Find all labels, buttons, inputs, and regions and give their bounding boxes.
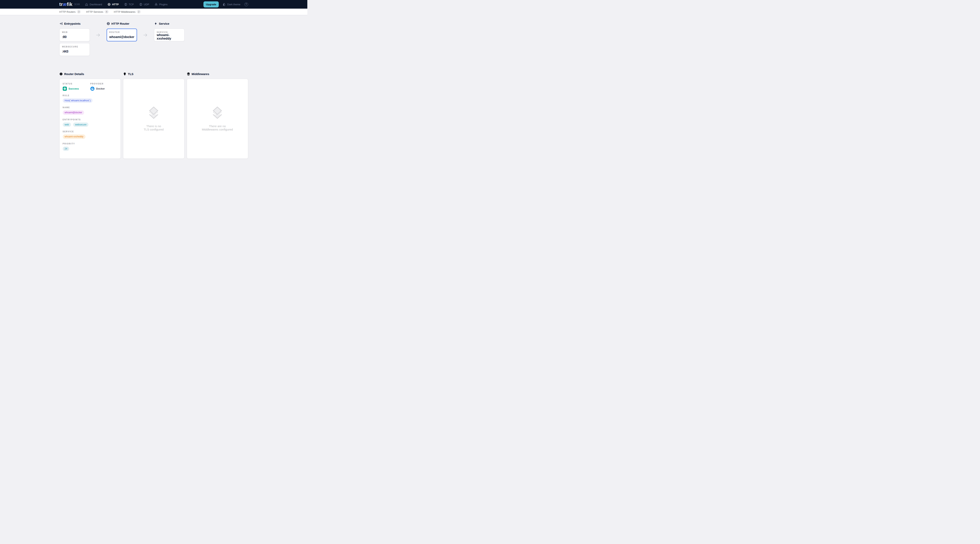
field-label: STATUS	[63, 83, 91, 85]
nav-item-dashboard[interactable]: Dashboard	[85, 3, 102, 6]
nav-item-label: Dashboard	[89, 3, 102, 6]
field-label: SERVICE	[63, 130, 118, 133]
http-router-section-header: HTTP Router	[107, 22, 137, 25]
arrow-right-icon	[96, 33, 100, 37]
middlewares-header: Middlewares	[187, 72, 248, 76]
details-section: Router Details TLS Middlewares STATUS	[59, 72, 248, 159]
proxy-icon	[139, 3, 143, 6]
empty-layers-illustration	[148, 107, 159, 119]
section-title: Router Details	[64, 72, 84, 76]
field-label: PRIORITY	[63, 143, 118, 145]
subnav: HTTP Routers 3 HTTP Services 4 HTTP Midd…	[0, 9, 307, 15]
success-check-icon	[63, 87, 67, 91]
entrypoint-card-websecure[interactable]: WEBSECURE :443	[59, 43, 90, 56]
cubes-icon	[154, 3, 158, 6]
card-value: whoami-xxsheddy	[157, 33, 182, 40]
help-icon[interactable]: ?	[244, 3, 248, 6]
provider-value: Docker	[96, 87, 105, 90]
empty-line: There is no	[144, 124, 164, 128]
card-label: WEBSECURE	[62, 46, 87, 48]
proxy-icon	[124, 3, 127, 6]
card-label: SERVICE	[157, 31, 182, 33]
globe-icon	[107, 3, 111, 6]
theme-toggle-label: Dark theme	[227, 3, 240, 6]
shield-icon	[123, 72, 126, 76]
upgrade-button[interactable]: Upgrade	[204, 2, 219, 8]
name-field: NAME whoami@docker	[63, 107, 118, 115]
entrypoints-section-header: Entrypoints	[59, 22, 90, 25]
traefik-logo[interactable]: træfik	[59, 2, 73, 7]
top-navbar: træfik 3.3.6 Dashboard HTTP TCP UDP P	[0, 0, 307, 9]
tab-count-badge: 3	[77, 10, 81, 14]
arrow-right-icon	[143, 33, 148, 37]
nav-item-label: Plugins	[159, 3, 167, 6]
section-title: TLS	[128, 72, 134, 76]
middlewares-card: There are no Middlewares configured	[187, 79, 248, 159]
priority-chip: 24	[63, 146, 69, 151]
card-value: :443	[62, 50, 87, 53]
info-icon	[59, 72, 63, 76]
nav-item-label: HTTP	[112, 3, 119, 6]
name-chip: whoami@docker	[63, 110, 84, 115]
login-arrow-icon	[59, 22, 63, 25]
service-card[interactable]: SERVICE whoami-xxsheddy	[154, 29, 185, 41]
version-label: 3.3.6	[74, 3, 80, 6]
status-field: STATUS Success	[63, 83, 91, 91]
tab-http-middlewares[interactable]: HTTP Middlewares 2	[114, 10, 141, 14]
nav-item-label: UDP	[144, 3, 149, 6]
service-section-header: Service	[154, 22, 185, 25]
empty-state-text: There is no TLS configured	[144, 124, 164, 131]
main-nav: Dashboard HTTP TCP UDP Plugins	[85, 3, 167, 6]
tab-label: HTTP Services	[86, 10, 103, 13]
card-value: :80	[62, 35, 87, 39]
router-details-header: Router Details	[59, 72, 121, 76]
empty-state-text: There are no Middlewares configured	[202, 124, 233, 131]
nav-item-plugins[interactable]: Plugins	[154, 3, 167, 6]
logo-ligature: æ	[63, 2, 67, 7]
tls-header: TLS	[123, 72, 185, 76]
card-value: whoami@docker	[109, 35, 134, 39]
lightning-icon	[154, 22, 158, 25]
router-details-card: STATUS Success PROVIDER Docker	[59, 79, 121, 159]
tab-label: HTTP Routers	[59, 10, 76, 13]
entrypoint-card-web[interactable]: WEB :80	[59, 29, 90, 41]
nav-item-label: TCP	[129, 3, 134, 6]
service-field: SERVICE whoami-xxsheddy	[63, 130, 118, 139]
card-label: ROUTER	[109, 31, 134, 33]
field-label: PROVIDER	[91, 83, 118, 85]
tab-http-services[interactable]: HTTP Services 4	[86, 10, 108, 14]
empty-line: There are no	[202, 124, 233, 128]
field-label: NAME	[63, 107, 118, 108]
nav-item-tcp[interactable]: TCP	[124, 3, 134, 6]
status-value: Success	[68, 87, 79, 90]
router-card[interactable]: ROUTER whoami@docker	[107, 29, 137, 41]
priority-field: PRIORITY 24	[63, 143, 118, 151]
tls-card: There is no TLS configured	[123, 79, 185, 159]
entrypoints-field: ENTRYPOINTS web websecure	[63, 119, 118, 127]
entrypoint-chip: web	[63, 122, 71, 127]
logo-part: tr	[59, 2, 63, 7]
home-icon	[85, 3, 88, 6]
theme-toggle[interactable]: Dark theme	[223, 3, 240, 6]
nav-item-udp[interactable]: UDP	[139, 3, 149, 6]
empty-line: Middlewares configured	[202, 128, 233, 131]
section-title: Entrypoints	[64, 22, 81, 25]
field-label: RULE	[63, 94, 118, 97]
tab-count-badge: 2	[137, 10, 141, 14]
empty-layers-illustration	[212, 107, 223, 119]
service-chip: whoami-xxsheddy	[63, 134, 86, 139]
flow-arrow	[137, 29, 154, 41]
entrypoint-chip: websecure	[73, 122, 88, 127]
tab-http-routers[interactable]: HTTP Routers 3	[59, 10, 81, 14]
tab-count-badge: 4	[105, 10, 108, 14]
droplet-icon	[223, 3, 226, 6]
docker-icon	[91, 87, 94, 91]
empty-line: TLS configured	[144, 128, 164, 131]
logo-part: fik	[67, 2, 72, 7]
main-content: Entrypoints HTTP Router Service WEB :80 …	[0, 15, 307, 159]
layers-icon	[187, 72, 190, 76]
nav-item-http[interactable]: HTTP	[107, 3, 119, 6]
section-title: Middlewares	[192, 72, 209, 76]
section-title: Service	[159, 22, 169, 25]
section-title: HTTP Router	[111, 22, 129, 25]
